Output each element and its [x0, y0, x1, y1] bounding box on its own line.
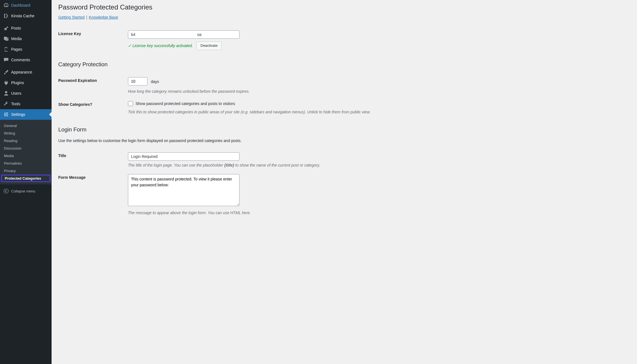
login-title-help: The title of the login page. You can use… — [128, 163, 630, 167]
admin-sidebar: Dashboard Kinsta Cache Posts Media Pages… — [0, 0, 52, 364]
sidebar-item-comments[interactable]: Comments — [0, 55, 52, 65]
sidebar-item-label: Posts — [11, 26, 21, 30]
users-icon — [3, 91, 9, 96]
license-status-message: ✓ License key successfully activated. — [128, 43, 193, 48]
password-expiration-label: Password Expiration — [58, 77, 128, 83]
submenu-protected-categories[interactable]: Protected Categories — [1, 175, 50, 182]
brush-icon — [3, 69, 9, 75]
submenu-general[interactable]: General — [0, 122, 52, 130]
login-form-description: Use the settings below to customise the … — [58, 138, 630, 143]
sidebar-item-users[interactable]: Users — [0, 88, 52, 99]
sidebar-item-label: Dashboard — [11, 3, 30, 8]
sliders-icon — [3, 112, 9, 117]
sidebar-item-label: Users — [11, 91, 21, 96]
sidebar-item-label: Appearance — [11, 70, 32, 74]
form-message-label: Form Message — [58, 174, 128, 180]
sidebar-item-label: Kinsta Cache — [11, 14, 34, 18]
pin-icon — [3, 25, 9, 31]
show-categories-row: Show Categories? Show password protected… — [58, 97, 630, 118]
sidebar-item-posts[interactable]: Posts — [0, 23, 52, 33]
link-separator: | — [86, 15, 89, 19]
comments-icon — [3, 57, 9, 63]
sidebar-item-kinsta-cache[interactable]: Kinsta Cache — [0, 11, 52, 21]
login-title-label: Title — [58, 152, 128, 158]
license-key-label: License Key — [58, 30, 128, 36]
plug-icon — [3, 80, 9, 85]
submenu-writing[interactable]: Writing — [0, 130, 52, 137]
password-expiration-input[interactable] — [128, 77, 147, 85]
sidebar-item-tools[interactable]: Tools — [0, 99, 52, 109]
submenu-reading[interactable]: Reading — [0, 137, 52, 145]
form-message-help: The message to appear above the login fo… — [128, 210, 630, 216]
sidebar-item-appearance[interactable]: Appearance — [0, 67, 52, 77]
login-form-heading: Login Form — [58, 126, 630, 133]
form-message-textarea[interactable] — [128, 174, 239, 206]
license-key-input[interactable] — [128, 30, 239, 39]
submenu-permalinks[interactable]: Permalinks — [0, 160, 52, 167]
media-icon — [3, 36, 9, 41]
getting-started-link[interactable]: Getting Started — [58, 15, 84, 19]
kinsta-icon — [3, 13, 9, 19]
collapse-icon — [3, 188, 9, 194]
pages-icon — [3, 47, 9, 52]
show-categories-label: Show Categories? — [58, 101, 128, 107]
login-title-input[interactable] — [128, 152, 239, 161]
svg-point-0 — [4, 189, 8, 193]
sidebar-item-label: Settings — [11, 112, 25, 117]
collapse-menu-button[interactable]: Collapse menu — [0, 186, 52, 196]
sidebar-item-settings[interactable]: Settings — [0, 109, 52, 120]
sidebar-item-label: Plugins — [11, 80, 24, 85]
password-expiration-row: Password Expiration days How long the ca… — [58, 73, 630, 97]
deactivate-button[interactable]: Deactivate — [196, 41, 222, 50]
sidebar-item-media[interactable]: Media — [0, 33, 52, 44]
submenu-media[interactable]: Media — [0, 152, 52, 160]
show-categories-help-text: Tick this to show protected categories i… — [128, 109, 630, 115]
help-links: Getting Started | Knowledge Base — [58, 15, 630, 19]
show-categories-checkbox-label: Show password protected categories and p… — [135, 101, 235, 106]
show-categories-checkbox[interactable] — [128, 101, 133, 106]
collapse-label: Collapse menu — [11, 189, 35, 193]
knowledge-base-link[interactable]: Knowledge Base — [89, 15, 118, 19]
login-title-row: Title The title of the login page. You c… — [58, 148, 630, 170]
expiration-unit-label: days — [151, 79, 159, 84]
sidebar-item-dashboard[interactable]: Dashboard — [0, 0, 52, 11]
sidebar-item-pages[interactable]: Pages — [0, 44, 52, 55]
sidebar-item-label: Comments — [11, 58, 30, 62]
sidebar-item-label: Pages — [11, 47, 22, 52]
sidebar-item-label: Media — [11, 36, 22, 41]
wrench-icon — [3, 101, 9, 107]
submenu-privacy[interactable]: Privacy — [0, 167, 52, 175]
settings-submenu: General Writing Reading Discussion Media… — [0, 120, 52, 184]
sidebar-item-plugins[interactable]: Plugins — [0, 77, 52, 88]
dashboard-icon — [3, 3, 9, 8]
submenu-discussion[interactable]: Discussion — [0, 145, 52, 152]
main-content: Password Protected Categories Getting St… — [52, 0, 637, 364]
category-protection-heading: Category Protection — [58, 61, 630, 68]
expiration-help-text: How long the category remains unlocked b… — [128, 88, 630, 94]
sidebar-item-label: Tools — [11, 102, 20, 106]
form-message-row: Form Message The message to appear above… — [58, 170, 630, 219]
page-title: Password Protected Categories — [58, 3, 630, 11]
license-key-row: License Key ✓ License key successfully a… — [58, 26, 630, 53]
